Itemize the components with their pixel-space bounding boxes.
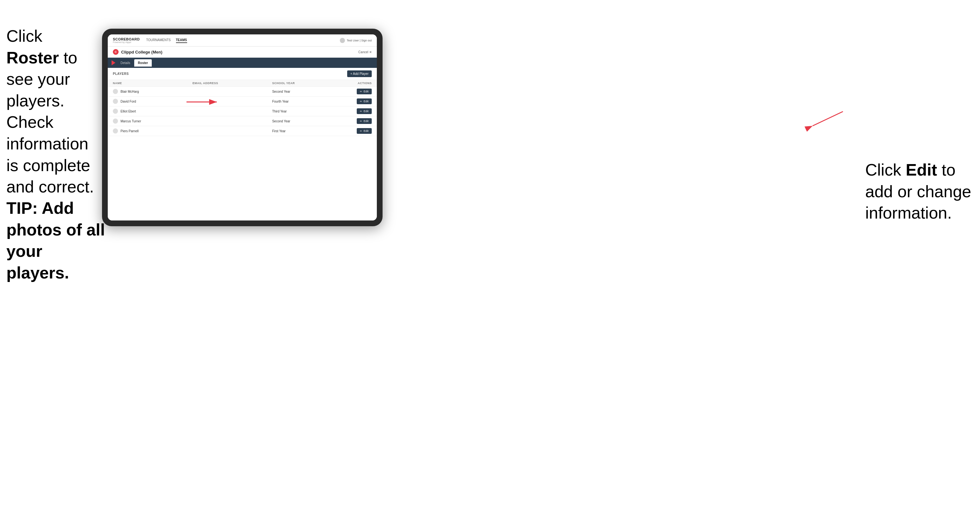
player-name-cell: Marcus Turner bbox=[113, 119, 192, 124]
nav-links: TOURNAMENTS TEAMS bbox=[146, 38, 339, 43]
player-avatar bbox=[113, 89, 118, 94]
edit-label: Edit bbox=[363, 110, 369, 113]
edit-player-button[interactable]: ✏ Edit bbox=[357, 89, 372, 94]
table-row: David Ford Fourth Year ✏ Edit bbox=[108, 97, 377, 106]
table-header: NAME EMAIL ADDRESS SCHOOL YEAR ACTIONS bbox=[108, 80, 377, 87]
edit-player-button[interactable]: ✏ Edit bbox=[357, 108, 372, 114]
player-name: Blair McHarg bbox=[121, 90, 139, 94]
edit-pencil-icon: ✏ bbox=[360, 110, 362, 113]
player-name-cell: David Ford bbox=[113, 99, 192, 104]
edit-arrow-svg bbox=[808, 108, 846, 134]
top-nav: SCOREBOARD Powered by clippd TOURNAMENTS… bbox=[108, 35, 377, 46]
nav-user: Test User | Sign out bbox=[340, 38, 372, 43]
player-action-cell: ✏ Edit bbox=[332, 118, 372, 124]
player-avatar bbox=[113, 109, 118, 114]
player-name: David Ford bbox=[121, 100, 136, 103]
brand-sub: Powered by clippd bbox=[113, 41, 140, 43]
brand-title: SCOREBOARD bbox=[113, 38, 140, 41]
edit-label: Edit bbox=[363, 119, 369, 123]
table-row: Marcus Turner Second Year ✏ Edit bbox=[108, 116, 377, 126]
edit-player-button[interactable]: ✏ Edit bbox=[357, 128, 372, 134]
player-table-body: Blair McHarg Second Year ✏ Edit David Fo… bbox=[108, 87, 377, 136]
players-label: PLAYERS bbox=[113, 72, 129, 76]
col-year-header: SCHOOL YEAR bbox=[272, 82, 332, 85]
edit-label: Edit bbox=[363, 90, 369, 93]
nav-link-tournaments[interactable]: TOURNAMENTS bbox=[146, 38, 170, 43]
player-school-year: First Year bbox=[272, 129, 332, 133]
player-name: Piers Parnell bbox=[121, 129, 139, 133]
nav-link-teams[interactable]: TEAMS bbox=[176, 38, 187, 43]
table-row: Piers Parnell First Year ✏ Edit bbox=[108, 126, 377, 136]
content-area: PLAYERS + Add Player NAME EMAIL ADDRESS … bbox=[108, 68, 377, 221]
player-avatar bbox=[113, 129, 118, 133]
user-label: Test User | Sign out bbox=[347, 39, 372, 42]
player-school-year: Second Year bbox=[272, 119, 332, 123]
instruction-roster-bold: Roster bbox=[6, 48, 59, 67]
col-email-header: EMAIL ADDRESS bbox=[192, 82, 272, 85]
edit-label: Edit bbox=[363, 100, 369, 103]
player-action-cell: ✏ Edit bbox=[332, 89, 372, 94]
add-player-button[interactable]: + Add Player bbox=[347, 70, 372, 77]
player-school-year: Second Year bbox=[272, 90, 332, 94]
team-name: Clippd College (Men) bbox=[121, 50, 162, 54]
team-logo: C bbox=[113, 49, 119, 55]
player-school-year: Fourth Year bbox=[272, 100, 332, 103]
edit-player-button[interactable]: ✏ Edit bbox=[357, 118, 372, 124]
team-title-row: C Clippd College (Men) bbox=[113, 49, 162, 55]
players-section-header: PLAYERS + Add Player bbox=[108, 68, 377, 80]
instruction-tip: TIP: Add photos of all your players. bbox=[6, 198, 108, 284]
player-name: Marcus Turner bbox=[121, 119, 141, 123]
edit-pencil-icon: ✏ bbox=[360, 120, 362, 123]
col-name-header: NAME bbox=[113, 82, 192, 85]
player-name-cell: Elliot Ebert bbox=[113, 109, 192, 114]
player-name-cell: Piers Parnell bbox=[113, 129, 192, 133]
table-row: Blair McHarg Second Year ✏ Edit bbox=[108, 87, 377, 97]
edit-pencil-icon: ✏ bbox=[360, 100, 362, 103]
tablet-screen: SCOREBOARD Powered by clippd TOURNAMENTS… bbox=[108, 35, 377, 221]
user-avatar-icon bbox=[340, 38, 345, 43]
player-school-year: Third Year bbox=[272, 110, 332, 113]
tab-roster[interactable]: Roster bbox=[134, 59, 152, 67]
edit-pencil-icon: ✏ bbox=[360, 90, 362, 93]
instruction-right: Click Edit to add or change information. bbox=[865, 159, 974, 224]
player-avatar bbox=[113, 99, 118, 104]
tablet-device: SCOREBOARD Powered by clippd TOURNAMENTS… bbox=[102, 29, 383, 226]
tab-bar: Details Roster bbox=[108, 58, 377, 68]
edit-pencil-icon: ✏ bbox=[360, 130, 362, 133]
svg-line-3 bbox=[813, 111, 843, 126]
tab-details[interactable]: Details bbox=[117, 59, 134, 67]
cancel-button[interactable]: Cancel ✕ bbox=[358, 50, 372, 54]
instruction-edit-bold: Edit bbox=[906, 160, 937, 179]
player-action-cell: ✏ Edit bbox=[332, 108, 372, 114]
player-name-cell: Blair McHarg bbox=[113, 89, 192, 94]
table-row: Elliot Ebert Third Year ✏ Edit bbox=[108, 106, 377, 116]
player-action-cell: ✏ Edit bbox=[332, 128, 372, 134]
nav-brand: SCOREBOARD Powered by clippd bbox=[113, 38, 140, 43]
roster-arrow-indicator bbox=[111, 60, 115, 65]
instruction-main: Click Roster to see your players. Check … bbox=[6, 25, 95, 198]
player-action-cell: ✏ Edit bbox=[332, 98, 372, 104]
col-actions-header: ACTIONS bbox=[332, 82, 372, 85]
edit-player-button[interactable]: ✏ Edit bbox=[357, 98, 372, 104]
team-header: C Clippd College (Men) Cancel ✕ bbox=[108, 46, 377, 58]
player-name: Elliot Ebert bbox=[121, 110, 136, 113]
player-avatar bbox=[113, 119, 118, 124]
roster-arrow-svg bbox=[186, 94, 225, 110]
edit-label: Edit bbox=[363, 129, 369, 133]
